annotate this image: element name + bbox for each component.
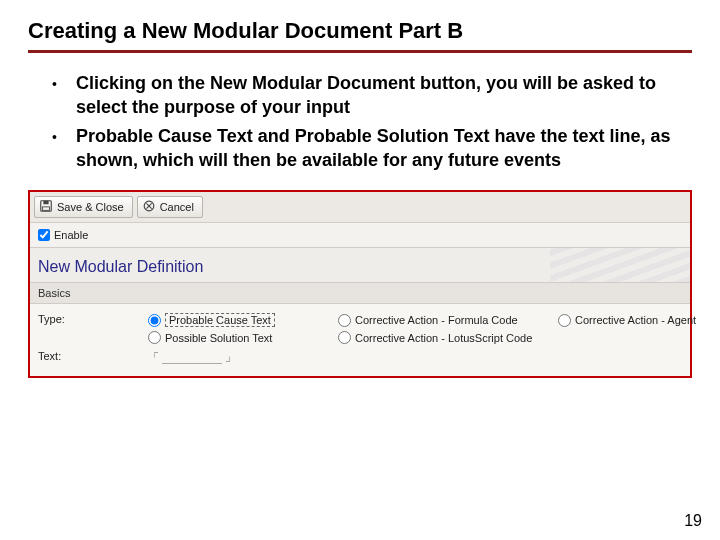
screenshot-panel: Save & Close Cancel Enable New Modular D… <box>28 190 692 378</box>
bullet-list: • Clicking on the New Modular Document b… <box>52 71 682 172</box>
radio-label: Possible Solution Text <box>165 332 272 344</box>
radio-input[interactable] <box>558 314 571 327</box>
title-rule <box>28 50 692 53</box>
enable-row: Enable <box>30 223 690 248</box>
bullet-text: Probable Cause Text and Probable Solutio… <box>76 124 682 173</box>
cancel-button[interactable]: Cancel <box>137 196 203 218</box>
svg-rect-2 <box>43 207 50 211</box>
cancel-label: Cancel <box>160 201 194 213</box>
radio-corrective-agent[interactable]: Corrective Action - Agent <box>558 313 720 327</box>
basics-header: Basics <box>30 283 690 304</box>
radio-label: Corrective Action - Agent <box>575 314 696 326</box>
radio-empty-cell <box>558 331 720 344</box>
radio-input[interactable] <box>148 314 161 327</box>
save-icon <box>39 199 53 215</box>
radio-possible-solution[interactable]: Possible Solution Text <box>148 331 338 344</box>
bullet-text: Clicking on the New Modular Document but… <box>76 71 682 120</box>
slide-title: Creating a New Modular Document Part B <box>28 18 692 44</box>
radio-input[interactable] <box>338 314 351 327</box>
radio-probable-cause[interactable]: Probable Cause Text <box>148 313 338 327</box>
bullet-item: • Clicking on the New Modular Document b… <box>52 71 682 120</box>
radio-label: Corrective Action - Formula Code <box>355 314 518 326</box>
bullet-marker: • <box>52 124 76 173</box>
toolbar: Save & Close Cancel <box>30 192 690 223</box>
text-input[interactable] <box>162 351 222 364</box>
radio-label: Corrective Action - LotusScript Code <box>355 332 532 344</box>
radio-input[interactable] <box>148 331 161 344</box>
enable-checkbox[interactable] <box>38 229 50 241</box>
section-header: New Modular Definition <box>30 248 690 283</box>
radio-corrective-lotus[interactable]: Corrective Action - LotusScript Code <box>338 331 558 344</box>
text-label: Text: <box>38 350 148 362</box>
radio-input[interactable] <box>338 331 351 344</box>
bullet-item: • Probable Cause Text and Probable Solut… <box>52 124 682 173</box>
save-close-label: Save & Close <box>57 201 124 213</box>
cancel-icon <box>142 199 156 215</box>
field-bracket: 」 <box>225 351 236 363</box>
save-close-button[interactable]: Save & Close <box>34 196 133 218</box>
type-label: Type: <box>38 313 148 325</box>
radio-label: Probable Cause Text <box>165 313 275 327</box>
field-bracket: 「 <box>148 351 159 363</box>
form-area: Type: Probable Cause Text Corrective Act… <box>30 304 690 376</box>
bullet-marker: • <box>52 71 76 120</box>
type-row: Type: Probable Cause Text Corrective Act… <box>38 310 682 347</box>
text-field-wrap: 「 」 <box>148 350 236 365</box>
enable-label: Enable <box>54 229 88 241</box>
page-number: 19 <box>684 512 702 530</box>
radio-corrective-formula[interactable]: Corrective Action - Formula Code <box>338 313 558 327</box>
text-row: Text: 「 」 <box>38 347 682 368</box>
svg-rect-1 <box>43 201 48 205</box>
type-radio-group: Probable Cause Text Corrective Action - … <box>148 313 720 344</box>
